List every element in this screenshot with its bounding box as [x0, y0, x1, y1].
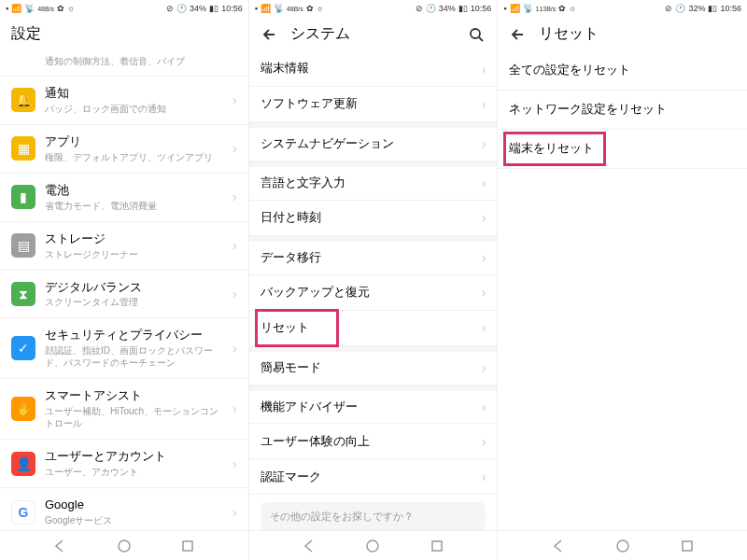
page-title: システム	[290, 24, 457, 44]
nav-recent[interactable]	[427, 536, 447, 556]
list-item[interactable]: リセット›	[249, 311, 498, 346]
clock: 10:56	[471, 4, 492, 13]
list-item[interactable]: 全ての設定をリセット	[498, 51, 747, 91]
item-subtitle: ユーザー、アカウント	[45, 466, 227, 478]
list-item[interactable]: ✓セキュリティとプライバシー顔認証、指紋ID、画面ロックとパスワード、パスワード…	[0, 318, 248, 379]
item-title: ユーザーとアカウント	[45, 449, 227, 465]
item-title: 言語と文字入力	[261, 175, 476, 191]
item-subtitle: ストレージクリーナー	[45, 248, 227, 260]
chevron-right-icon: ›	[233, 238, 237, 253]
search-icon[interactable]	[467, 25, 486, 44]
app-icon: ✋	[11, 397, 35, 421]
svg-point-2	[471, 29, 480, 38]
svg-point-5	[617, 540, 628, 552]
list-item[interactable]: 日付と時刻›	[249, 201, 498, 236]
list-item[interactable]: データ移行›	[249, 236, 498, 275]
eye-icon: ⊘	[665, 4, 672, 13]
back-icon[interactable]	[509, 25, 528, 44]
list-item[interactable]: ▮電池省電力モード、電池消費量›	[0, 174, 248, 222]
nav-home[interactable]	[114, 536, 134, 556]
chevron-right-icon: ›	[482, 250, 486, 265]
chevron-right-icon: ›	[233, 456, 237, 471]
list-item[interactable]: 言語と文字入力›	[249, 161, 498, 201]
item-title: 端末情報	[261, 61, 476, 77]
list-item[interactable]: 端末情報›	[249, 51, 498, 87]
battery-pct: 32%	[688, 4, 705, 13]
status-bar: ▪ 📶 📡 48B/s ✿ ☼ ⊘ 🕐 34% ▮▯ 10:56	[249, 0, 498, 17]
list-item[interactable]: 認証マーク›	[249, 459, 498, 495]
item-subtitle: 省電力モード、電池消費量	[45, 200, 227, 212]
item-subtitle: 顔認証、指紋ID、画面ロックとパスワード、パスワードのキーチェーン	[45, 344, 227, 369]
list-item[interactable]: 端末をリセット	[498, 130, 747, 169]
net-speed: 48	[37, 6, 45, 12]
system-list: 端末情報›ソフトウェア更新›システムナビゲーション›言語と文字入力›日付と時刻›…	[249, 51, 498, 530]
list-item[interactable]: ⧗デジタルバランススクリーンタイム管理›	[0, 271, 248, 319]
chevron-right-icon: ›	[233, 92, 237, 107]
signal-icon: 📶	[11, 4, 21, 13]
chevron-right-icon: ›	[482, 285, 486, 300]
search-hint[interactable]: その他の設定をお探しですか？	[261, 502, 486, 530]
list-item[interactable]: バックアップと復元›	[249, 275, 498, 311]
nav-back[interactable]	[49, 536, 70, 556]
chevron-right-icon: ›	[233, 401, 237, 416]
list-item[interactable]: ユーザー体験の向上›	[249, 424, 498, 459]
app-icon: 👤	[11, 452, 35, 476]
partial-row[interactable]: 通知の制御方法、着信音、バイブ	[0, 51, 248, 77]
item-title: 電池	[45, 183, 227, 199]
nav-home[interactable]	[362, 536, 383, 556]
net-speed: 113	[536, 6, 547, 12]
svg-rect-6	[683, 541, 692, 551]
wifi-icon: 📡	[523, 4, 533, 13]
item-title: スマートアシスト	[45, 388, 227, 404]
list-item[interactable]: ✋スマートアシストユーザー補助、HiTouch、モーションコントロール›	[0, 379, 248, 440]
item-title: セキュリティとプライバシー	[45, 328, 227, 343]
list-item[interactable]: 👤ユーザーとアカウントユーザー、アカウント›	[0, 440, 248, 488]
battery-pct: 34%	[439, 4, 456, 13]
back-icon[interactable]	[261, 25, 279, 44]
item-subtitle: Googleサービス	[45, 514, 227, 526]
list-item[interactable]: ▦アプリ権限、デフォルトアプリ、ツインアプリ›	[0, 125, 248, 174]
item-title: システムナビゲーション	[261, 136, 476, 152]
chevron-right-icon: ›	[482, 210, 486, 225]
item-title: 端末をリセット	[509, 141, 736, 157]
battery-icon: ▮▯	[209, 4, 218, 13]
list-item[interactable]: 簡易モード›	[249, 346, 498, 385]
list-item[interactable]: 🔔通知バッジ、ロック画面での通知›	[0, 77, 248, 125]
app-icon: ▦	[11, 136, 35, 161]
chevron-right-icon: ›	[482, 469, 486, 484]
net-speed: 48	[287, 6, 294, 12]
list-item[interactable]: ▤ストレージストレージクリーナー›	[0, 222, 248, 271]
nav-back[interactable]	[548, 536, 569, 556]
nav-recent[interactable]	[677, 536, 698, 556]
list-item[interactable]: 機能アドバイザー›	[249, 385, 498, 425]
svg-rect-4	[432, 541, 442, 551]
extra-icons: ✿ ☼	[306, 4, 324, 13]
list-item[interactable]: ソフトウェア更新›	[249, 87, 498, 122]
list-item[interactable]: システムナビゲーション›	[249, 122, 498, 161]
nav-back[interactable]	[299, 536, 319, 556]
nav-bar	[498, 530, 747, 560]
header: リセット	[498, 17, 747, 51]
chevron-right-icon: ›	[233, 189, 237, 204]
hd-icon: ▪	[6, 4, 8, 13]
battery-icon: ▮▯	[708, 4, 717, 13]
battery-pct: 34%	[190, 4, 206, 13]
item-title: バックアップと復元	[261, 285, 476, 301]
item-title: アプリ	[45, 134, 227, 150]
hd-icon: ▪	[503, 4, 506, 13]
item-subtitle: 権限、デフォルトアプリ、ツインアプリ	[45, 151, 227, 163]
wifi-icon: 📡	[274, 4, 284, 13]
list-item[interactable]: ネットワーク設定をリセット	[498, 91, 747, 130]
app-icon: ✓	[11, 336, 35, 360]
item-subtitle: バッジ、ロック画面での通知	[45, 103, 227, 115]
item-title: 全ての設定をリセット	[509, 63, 736, 78]
alarm-icon: 🕐	[675, 4, 685, 13]
item-subtitle: ユーザー補助、HiTouch、モーションコントロール	[45, 405, 227, 429]
list-item[interactable]: GGoogleGoogleサービス›	[0, 488, 248, 530]
item-title: デジタルバランス	[45, 280, 227, 296]
chevron-right-icon: ›	[482, 360, 486, 375]
nav-recent[interactable]	[177, 536, 198, 556]
svg-rect-1	[183, 541, 192, 551]
chevron-right-icon: ›	[482, 97, 486, 112]
nav-home[interactable]	[613, 536, 633, 556]
